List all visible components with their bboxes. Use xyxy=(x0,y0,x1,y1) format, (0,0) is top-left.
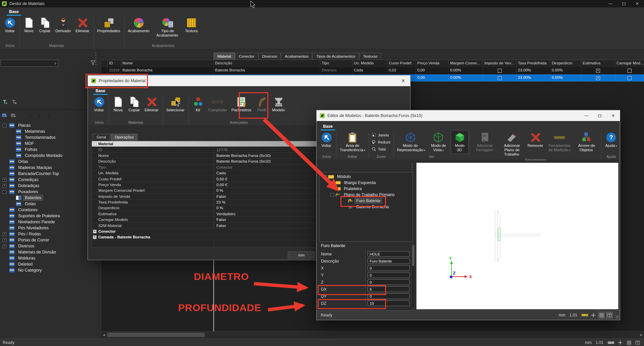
horizontal-scrollbar[interactable]: ◄ ► xyxy=(101,331,644,338)
resize-grip-icon[interactable] xyxy=(615,315,619,319)
table-tab[interactable]: Conector xyxy=(235,53,258,60)
ribbon-button[interactable]: 3DAdicionar Ferragem xyxy=(471,130,498,157)
property-value[interactable] xyxy=(214,229,317,234)
sidebar-tree-item[interactable]: Compósito Montado xyxy=(0,153,99,159)
ribbon-button[interactable]: Derivado xyxy=(53,16,73,43)
sidebar-tree-item[interactable]: Materiais de Divisão xyxy=(0,249,99,255)
column-header[interactable]: Carregar Mod... xyxy=(615,60,644,67)
property-row[interactable]: Estimativa Verdadeiro xyxy=(92,211,317,217)
ribbon-button[interactable]: Eliminar xyxy=(73,16,92,43)
property-row[interactable]: ID 12779 xyxy=(92,147,317,153)
object-property-input[interactable]: 10 xyxy=(368,300,410,306)
object-property-input[interactable]: 0 xyxy=(368,279,410,285)
sidebar-tree-item[interactable]: MDF xyxy=(0,140,99,147)
sidebar-tree-item[interactable]: Melaminas xyxy=(0,128,99,134)
object-property-input[interactable]: Furo Batente xyxy=(368,258,410,264)
property-row[interactable]: Descrição Batente Borracha Furos (5x10) xyxy=(92,159,317,164)
column-header[interactable]: Imposto de Ven... xyxy=(483,60,517,67)
sidebar-tree-item[interactable]: Suportes de Prateleira xyxy=(0,213,99,219)
tree-expand-icon[interactable]: - xyxy=(323,175,327,179)
sidebar-tree-item[interactable]: + Corrediças xyxy=(0,177,99,183)
ribbon-tab-base[interactable]: Base xyxy=(7,8,21,16)
window-control-button[interactable] xyxy=(617,0,631,7)
property-value[interactable]: Cada xyxy=(214,170,317,176)
property-row[interactable]: Un. Medida Cada xyxy=(92,170,317,176)
status-icon[interactable] xyxy=(590,312,596,318)
table-tab[interactable]: Material xyxy=(214,53,235,60)
property-value[interactable]: 23 % xyxy=(214,199,317,205)
checkbox-icon[interactable] xyxy=(628,69,632,73)
ribbon-button[interactable]: Propriedades xyxy=(95,16,123,47)
ribbon-button[interactable]: Voltar xyxy=(319,130,335,154)
status-icon[interactable] xyxy=(617,340,623,346)
ribbon-button[interactable]: Modo de Vista▾ xyxy=(426,130,451,154)
status-icon[interactable] xyxy=(626,340,632,346)
ribbon-button[interactable]: Eliminar xyxy=(143,95,161,119)
ribbon-button[interactable]: Copiar xyxy=(126,95,143,119)
property-value[interactable]: 0,00 € xyxy=(214,182,317,187)
ribbon-button[interactable]: Kit xyxy=(190,95,206,119)
sidebar-tree-item[interactable]: + Pés / Rodas xyxy=(0,231,99,237)
sidebar-tree-item[interactable]: Batentes xyxy=(0,195,99,201)
ribbon-button[interactable]: Voltar xyxy=(2,16,18,43)
tree-expand-icon[interactable]: - xyxy=(3,190,6,194)
drag-grip[interactable] xyxy=(95,53,96,65)
window-control-button[interactable] xyxy=(593,112,606,119)
ribbon-button[interactable]: Nova xyxy=(110,95,126,119)
property-row[interactable]: S2M Material Falso xyxy=(92,223,317,228)
property-value[interactable]: Conector xyxy=(214,165,317,170)
ribbon-button[interactable]: ?Ajuda▾ xyxy=(603,130,619,154)
ribbon-button[interactable]: Modo 3D xyxy=(451,130,468,154)
tree-expand-icon[interactable]: + xyxy=(3,238,6,242)
sidebar-tree-item[interactable]: Folhas xyxy=(0,147,99,153)
dialog-close-icon[interactable]: ✕ xyxy=(396,75,410,86)
table-tab[interactable]: Diversos xyxy=(259,53,281,60)
sidebar-tree-item[interactable]: Niveladores Parede xyxy=(0,219,99,225)
model-tree-item[interactable]: Furo Batente xyxy=(320,198,413,204)
editor-ribbon-tab[interactable]: Base xyxy=(321,123,335,130)
sidebar-tree-item[interactable]: + Dobradiças xyxy=(0,183,99,189)
status-icon[interactable] xyxy=(581,312,588,318)
column-header[interactable]: Preço Venda xyxy=(416,60,449,67)
column-header[interactable]: Nome xyxy=(121,60,214,67)
sidebar-tree-item[interactable]: Pés Niveladores xyxy=(0,225,99,231)
zoom-option[interactable]: Total xyxy=(372,146,391,152)
window-control-button[interactable]: ✕ xyxy=(606,112,620,119)
tree-expand-icon[interactable]: + xyxy=(3,178,6,182)
property-value[interactable]: Batente Borracha Furos (5x10) xyxy=(214,159,317,164)
column-header[interactable]: Margem Comer... xyxy=(449,60,483,67)
property-value[interactable]: Falso xyxy=(214,217,317,222)
status-icon[interactable] xyxy=(635,340,641,346)
model-tree-item[interactable]: - Plano de Trabalho Primário xyxy=(320,192,413,198)
sidebar-tree-item[interactable]: Madeiras Maciças xyxy=(0,165,99,171)
property-value[interactable]: 12779 xyxy=(214,147,317,152)
expand-icon[interactable]: - xyxy=(93,142,97,146)
column-header[interactable]: Taxa Predefinida xyxy=(517,60,550,67)
model-tree-item[interactable]: Batente Borracha xyxy=(320,204,413,210)
status-icon[interactable] xyxy=(606,312,612,318)
scrollbar-thumb[interactable] xyxy=(107,333,205,337)
property-value[interactable]: Falso xyxy=(214,194,317,199)
property-value[interactable]: Batente Borracha Furos (5x10) xyxy=(214,153,317,158)
sidebar-tree-item[interactable]: Deleted xyxy=(0,261,99,267)
scroll-left-icon[interactable]: ◄ xyxy=(101,333,107,337)
property-row[interactable]: + Conector xyxy=(92,229,317,234)
property-value[interactable]: 0 % xyxy=(214,188,317,193)
object-property-input[interactable]: 0 xyxy=(368,265,410,271)
property-row[interactable]: Custo Predef. 0,50 € xyxy=(92,176,317,182)
sidebar-tree-item[interactable]: + Diversos xyxy=(0,243,99,249)
object-property-input[interactable]: HOLE xyxy=(368,251,410,257)
checkbox-checked-icon[interactable] xyxy=(596,76,600,80)
property-value[interactable] xyxy=(214,234,317,240)
dropdown-chevron-icon[interactable]: ∨ xyxy=(54,61,57,65)
property-value[interactable]: Verdadeiro xyxy=(214,211,317,217)
ribbon-button[interactable]: Textura xyxy=(183,16,201,43)
property-value[interactable]: 0,50 € xyxy=(214,176,317,181)
drag-grip[interactable] xyxy=(412,163,413,171)
window-control-button[interactable]: — xyxy=(580,112,593,119)
property-row[interactable]: Imposto de Venda Falso xyxy=(92,194,317,199)
ribbon-button[interactable]: Copiar xyxy=(37,16,53,43)
column-header[interactable]: Descrição xyxy=(214,60,320,67)
property-value[interactable] xyxy=(214,141,317,147)
model-tree-item[interactable]: Prateleira xyxy=(320,186,413,192)
